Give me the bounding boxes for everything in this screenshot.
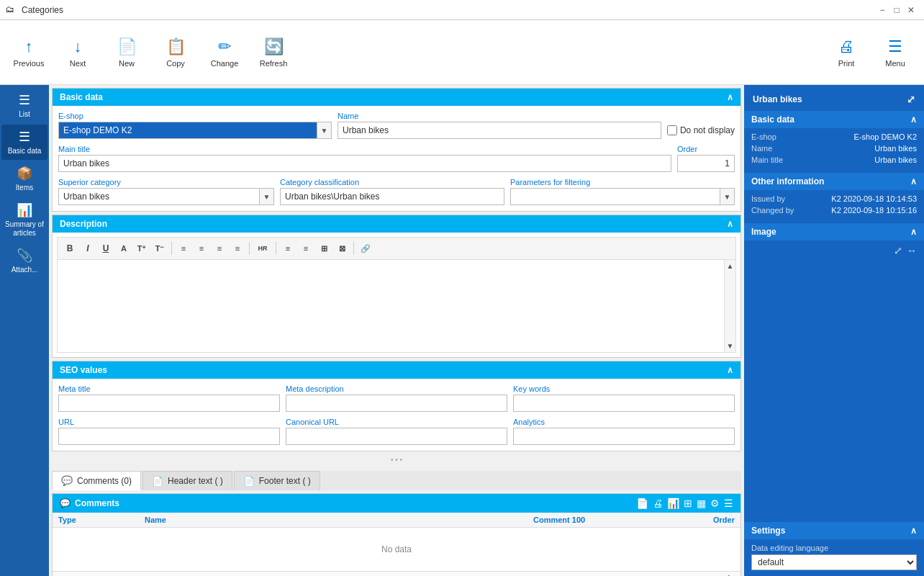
minimize-button[interactable]: − <box>875 3 889 17</box>
seo-body: Meta title Meta description Key words UR… <box>53 379 740 451</box>
rp-name-val: Urban bikes <box>874 144 917 153</box>
description-collapse-icon[interactable]: ∧ <box>727 219 733 229</box>
indent-btn[interactable]: ⊞ <box>316 240 332 256</box>
menu-button[interactable]: ☰ Menu <box>872 27 918 78</box>
url-input[interactable] <box>58 428 280 445</box>
resize-handle[interactable]: • • • <box>52 454 741 465</box>
next-button[interactable]: ↓ Next <box>55 27 101 78</box>
header-tab-icon: 📄 <box>152 476 163 487</box>
ordered-list-btn[interactable]: ≡ <box>298 240 314 256</box>
superior-category-field: Superior category ▼ <box>58 178 274 205</box>
rp-other-info-header[interactable]: Other information ∧ <box>744 173 924 190</box>
basic-data-header[interactable]: Basic data ∧ <box>53 89 740 106</box>
tab-header-text[interactable]: 📄 Header text ( ) <box>142 471 232 490</box>
tab-footer-text[interactable]: 📄 Footer text ( ) <box>234 471 320 490</box>
sidebar-item-attach[interactable]: 📎 Attach... <box>1 243 47 279</box>
eshop-dropdown-btn[interactable]: ▼ <box>317 122 332 139</box>
rp-other-info: Other information ∧ Issued by K2 2020-09… <box>744 173 924 222</box>
rp-image-resize-icon[interactable]: ↔ <box>907 245 917 256</box>
rp-language-select[interactable]: default <box>751 554 917 570</box>
seo-header[interactable]: SEO values ∧ <box>53 361 740 379</box>
main-title-input[interactable] <box>58 155 671 172</box>
comments-chart-btn[interactable]: 📊 <box>667 498 679 509</box>
decrease-font-btn[interactable]: T⁻ <box>152 240 168 256</box>
key-words-input[interactable] <box>513 395 735 412</box>
comments-settings-btn[interactable]: ⚙ <box>710 498 720 509</box>
do-not-display-checkbox[interactable] <box>667 125 677 135</box>
comments-barcode-btn[interactable]: ▦ <box>697 498 706 509</box>
sidebar-item-basic-data[interactable]: ☰ Basic data <box>1 125 47 160</box>
comments-add-btn[interactable]: 📄 <box>636 498 648 509</box>
text-color-btn[interactable]: A <box>116 240 132 256</box>
editor-area[interactable]: ▲ ▼ <box>57 259 736 353</box>
rp-other-info-collapse[interactable]: ∧ <box>910 176 917 186</box>
rp-image-external-link[interactable]: ⤢ <box>894 245 902 256</box>
seo-collapse-icon[interactable]: ∧ <box>727 365 733 375</box>
rp-settings-section: Settings ∧ Data editing language default <box>744 522 924 575</box>
align-left-btn[interactable]: ≡ <box>176 240 191 256</box>
restore-button[interactable]: □ <box>889 3 904 17</box>
basic-data-section: Basic data ∧ E-shop ▼ Name <box>52 88 741 212</box>
new-button[interactable]: 📄 New <box>104 27 150 78</box>
print-button[interactable]: 🖨 Print <box>823 27 869 78</box>
analytics-input[interactable] <box>513 428 735 445</box>
list-btn[interactable]: ≡ <box>280 240 296 256</box>
name-input[interactable] <box>338 122 661 139</box>
refresh-button[interactable]: 🔄 Refresh <box>250 27 296 78</box>
basic-data-collapse-icon[interactable]: ∧ <box>727 92 733 102</box>
comments-menu-btn[interactable]: ☰ <box>724 498 733 509</box>
rp-settings-header[interactable]: Settings ∧ <box>744 522 924 539</box>
sidebar-item-list[interactable]: ☰ List <box>1 88 47 123</box>
justify-btn[interactable]: ≡ <box>230 240 245 256</box>
italic-btn[interactable]: I <box>80 240 96 256</box>
col-order: Order <box>677 516 735 524</box>
order-input[interactable] <box>677 155 735 172</box>
copy-button[interactable]: 📋 Copy <box>153 27 199 78</box>
scroll-down-arrow[interactable]: ▼ <box>725 340 736 352</box>
parameters-filtering-input[interactable] <box>510 188 720 205</box>
order-field: Order <box>677 145 735 172</box>
scroll-up-arrow[interactable]: ▲ <box>725 260 736 272</box>
increase-font-btn[interactable]: T⁺ <box>134 240 150 256</box>
canonical-url-input[interactable] <box>286 428 507 445</box>
parameters-filtering-dropdown-btn[interactable]: ▼ <box>720 188 735 205</box>
bold-btn[interactable]: B <box>62 240 78 256</box>
url-field: URL <box>58 418 280 445</box>
rp-settings-title: Settings <box>751 526 785 536</box>
comments-tab-icon: 💬 <box>61 475 73 486</box>
description-header[interactable]: Description ∧ <box>53 215 740 233</box>
editor-scrollbar[interactable]: ▲ ▼ <box>724 260 735 352</box>
key-words-label: Key words <box>513 384 735 393</box>
comments-grid-btn[interactable]: ⊞ <box>684 498 692 509</box>
change-button[interactable]: ✏ Change <box>201 27 248 78</box>
meta-description-input[interactable] <box>286 395 507 412</box>
link-btn[interactable]: 🔗 <box>358 240 373 256</box>
align-right-btn[interactable]: ≡ <box>212 240 227 256</box>
menu-icon: ☰ <box>888 37 902 56</box>
rp-external-icon[interactable]: ⤢ <box>907 94 915 105</box>
superior-category-label: Superior category <box>58 178 274 186</box>
previous-button[interactable]: ↑ Previous <box>6 27 52 78</box>
sidebar-item-items[interactable]: 📦 Items <box>1 161 47 197</box>
rp-image-collapse[interactable]: ∧ <box>910 227 917 237</box>
outdent-btn[interactable]: ⊠ <box>334 240 350 256</box>
eshop-input[interactable] <box>58 122 317 139</box>
align-center-btn[interactable]: ≡ <box>194 240 209 256</box>
rp-basic-data-collapse[interactable]: ∧ <box>910 114 917 125</box>
meta-title-input[interactable] <box>58 395 280 412</box>
tab-comments[interactable]: 💬 Comments (0) <box>52 471 141 490</box>
category-classification-input[interactable] <box>280 188 504 205</box>
rp-settings-collapse[interactable]: ∧ <box>910 526 917 536</box>
close-button[interactable]: ✕ <box>904 3 918 17</box>
superior-category-dropdown-btn[interactable]: ▼ <box>260 188 274 205</box>
underline-btn[interactable]: U <box>98 240 114 256</box>
hr-btn[interactable]: HR <box>253 240 272 256</box>
rp-basic-data-header[interactable]: Basic data ∧ <box>744 111 924 128</box>
window-title: Categories <box>22 5 875 15</box>
rp-image-area: ⤢ ↔ <box>744 240 924 298</box>
sidebar-item-summary[interactable]: 📊 Summary of articles <box>1 198 47 242</box>
comments-print-btn[interactable]: 🖨 <box>653 498 663 509</box>
analytics-label: Analytics <box>513 418 735 426</box>
rp-image-header[interactable]: Image ∧ <box>744 223 924 240</box>
superior-category-input[interactable] <box>58 188 260 205</box>
